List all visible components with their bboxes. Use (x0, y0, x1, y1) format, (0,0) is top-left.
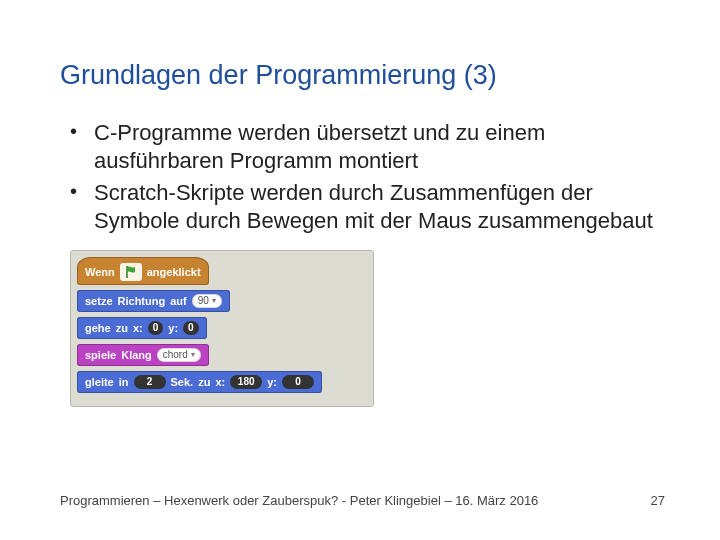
block-text: zu (116, 322, 128, 334)
block-text: Klang (121, 349, 152, 361)
block-text: y: (168, 322, 178, 334)
block-text: angeklickt (147, 266, 201, 278)
bullet-list: C-Programme werden übersetzt und zu eine… (70, 119, 660, 236)
footer-text: Programmieren – Hexenwerk oder Zauberspu… (60, 493, 538, 508)
slide-title: Grundlagen der Programmierung (3) (60, 60, 660, 91)
block-text: gleite (85, 376, 114, 388)
block-text: Sek. (171, 376, 194, 388)
block-text: Wenn (85, 266, 115, 278)
block-text: in (119, 376, 129, 388)
direction-dropdown[interactable]: 90 (192, 294, 222, 308)
seconds-value[interactable]: 2 (134, 375, 166, 389)
y-value[interactable]: 0 (183, 321, 199, 335)
block-text: Richtung (118, 295, 166, 307)
bullet-item: C-Programme werden übersetzt und zu eine… (70, 119, 660, 175)
page-number: 27 (651, 493, 665, 508)
bullet-item: Scratch-Skripte werden durch Zusammen­fü… (70, 179, 660, 235)
green-flag-icon (120, 263, 142, 281)
block-text: setze (85, 295, 113, 307)
glide-block[interactable]: gleite in 2 Sek. zu x: 180 y: 0 (77, 371, 322, 393)
x-value[interactable]: 0 (148, 321, 164, 335)
block-text: spiele (85, 349, 116, 361)
block-text: y: (267, 376, 277, 388)
block-text: auf (170, 295, 187, 307)
block-text: x: (133, 322, 143, 334)
block-text: gehe (85, 322, 111, 334)
set-direction-block[interactable]: setze Richtung auf 90 (77, 290, 230, 312)
glide-x-value[interactable]: 180 (230, 375, 262, 389)
go-to-xy-block[interactable]: gehe zu x: 0 y: 0 (77, 317, 207, 339)
when-flag-clicked-block[interactable]: Wenn angeklickt (77, 257, 209, 285)
play-sound-block[interactable]: spiele Klang chord (77, 344, 209, 366)
scratch-script-panel: Wenn angeklickt setze Richtung auf 90 ge… (70, 250, 374, 407)
block-text: zu (198, 376, 210, 388)
glide-y-value[interactable]: 0 (282, 375, 314, 389)
block-text: x: (215, 376, 225, 388)
sound-dropdown[interactable]: chord (157, 348, 201, 362)
